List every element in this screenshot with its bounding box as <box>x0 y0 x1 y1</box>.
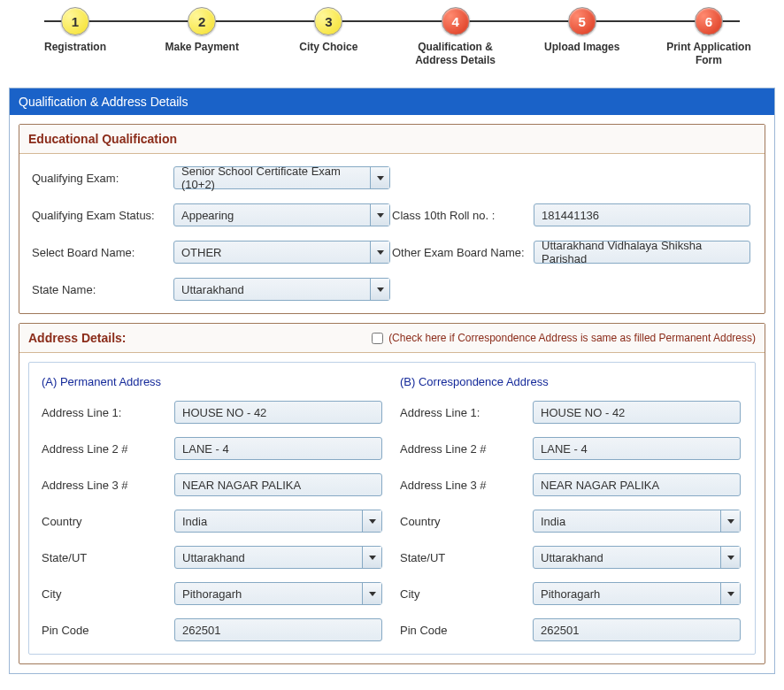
select-value: Uttarakhand <box>182 551 245 564</box>
input-value: NEAR NAGAR PALIKA <box>541 479 659 492</box>
educational-qualification-section: Educational Qualification Qualifying Exa… <box>19 124 765 314</box>
chevron-down-icon <box>370 204 389 226</box>
label-class-10th-roll: Class 10th Roll no. : <box>392 209 534 222</box>
input-value: 262501 <box>182 624 220 637</box>
step-circle: 6 <box>695 7 723 35</box>
perm-country-select[interactable]: India <box>174 510 382 533</box>
label-pin: Pin Code <box>400 624 533 637</box>
board-name-select[interactable]: OTHER <box>173 241 390 264</box>
chevron-down-icon <box>370 279 389 300</box>
select-value: Uttarakhand <box>181 283 244 296</box>
label-addr-line1: Address Line 1: <box>42 406 174 419</box>
label-addr-line3: Address Line 3 # <box>400 479 533 492</box>
qualifying-exam-status-select[interactable]: Appearing <box>173 203 390 226</box>
label-other-board: Other Exam Board Name: <box>392 246 534 259</box>
input-value: LANE - 4 <box>182 442 229 456</box>
corr-state-select[interactable]: Uttarakhand <box>533 546 741 569</box>
chevron-down-icon <box>362 583 381 604</box>
select-value: Uttarakhand <box>541 551 603 564</box>
corr-city-select[interactable]: Pithoragarh <box>533 582 741 605</box>
corr-pin-input[interactable]: 262501 <box>533 618 741 641</box>
label-select-board: Select Board Name: <box>32 246 173 259</box>
other-board-input[interactable]: Uttarakhand Vidhalaya Shiksha Parishad <box>534 241 750 264</box>
page-title: Qualification & Address Details <box>10 88 774 115</box>
step-label: City Choice <box>299 41 357 54</box>
corr-addr-line1-input[interactable]: HOUSE NO - 42 <box>533 401 741 424</box>
perm-addr-line2-input[interactable]: LANE - 4 <box>174 437 382 460</box>
step-circle: 5 <box>568 7 596 35</box>
step-make-payment[interactable]: 2 Make Payment <box>149 7 255 54</box>
input-value: LANE - 4 <box>541 442 588 456</box>
label-city: City <box>42 587 174 601</box>
perm-pin-input[interactable]: 262501 <box>174 618 382 641</box>
step-label: Registration <box>44 41 106 54</box>
chevron-down-icon <box>720 510 740 532</box>
step-circle: 4 <box>442 7 470 35</box>
chevron-down-icon <box>370 242 389 263</box>
input-value: HOUSE NO - 42 <box>182 406 266 419</box>
input-value: HOUSE NO - 42 <box>541 406 625 419</box>
same-address-checkbox-label[interactable]: (Check here if Correspondence Address is… <box>372 332 756 344</box>
chevron-down-icon <box>362 510 381 532</box>
perm-addr-line3-input[interactable]: NEAR NAGAR PALIKA <box>174 473 382 496</box>
label-addr-line2: Address Line 2 # <box>42 442 174 456</box>
state-name-select[interactable]: Uttarakhand <box>173 278 390 301</box>
perm-state-select[interactable]: Uttarakhand <box>174 546 382 569</box>
step-circle: 2 <box>188 7 216 35</box>
label-pin: Pin Code <box>42 624 174 637</box>
correspondence-address-column: (B) Correspondence Address Address Line … <box>400 375 742 641</box>
select-value: Pithoragarh <box>182 587 242 601</box>
correspondence-address-heading: (B) Correspondence Address <box>400 375 742 388</box>
label-qualifying-exam: Qualifying Exam: <box>32 172 173 185</box>
select-value: OTHER <box>181 246 222 259</box>
label-state: State/UT <box>42 551 174 564</box>
chevron-down-icon <box>720 583 740 604</box>
select-value: India <box>182 515 207 528</box>
step-print-application[interactable]: 6 Print Application Form <box>656 7 762 67</box>
chevron-down-icon <box>720 547 740 568</box>
label-country: Country <box>400 515 533 528</box>
corr-addr-line3-input[interactable]: NEAR NAGAR PALIKA <box>533 473 741 496</box>
section-title: Educational Qualification <box>19 125 765 154</box>
step-label: Make Payment <box>165 41 239 54</box>
perm-city-select[interactable]: Pithoragarh <box>174 582 382 605</box>
form-container: Qualification & Address Details Educatio… <box>9 88 775 674</box>
input-value: NEAR NAGAR PALIKA <box>182 479 301 492</box>
label-qualifying-exam-status: Qualifying Exam Status: <box>32 209 173 222</box>
step-city-choice[interactable]: 3 City Choice <box>275 7 381 54</box>
permanent-address-column: (A) Permanent Address Address Line 1:HOU… <box>42 375 384 641</box>
step-label: Qualification & Address Details <box>403 41 509 67</box>
label-city: City <box>400 587 533 601</box>
label-addr-line2: Address Line 2 # <box>400 442 533 456</box>
step-circle: 1 <box>61 7 89 35</box>
qualifying-exam-select[interactable]: Senior School Certificate Exam (10+2) <box>173 166 390 189</box>
step-registration[interactable]: 1 Registration <box>22 7 128 54</box>
select-value: Pithoragarh <box>541 587 600 601</box>
step-label: Print Application Form <box>656 41 762 67</box>
corr-addr-line2-input[interactable]: LANE - 4 <box>533 437 741 460</box>
step-label: Upload Images <box>544 41 619 54</box>
section-title: Address Details: <box>28 331 126 345</box>
proceed-footer: Proceed to Step 5 <box>0 681 784 690</box>
select-value: Appearing <box>181 209 234 222</box>
label-addr-line3: Address Line 3 # <box>42 479 174 492</box>
step-upload-images[interactable]: 5 Upload Images <box>529 7 635 54</box>
label-addr-line1: Address Line 1: <box>400 406 533 419</box>
input-value: Uttarakhand Vidhalaya Shiksha Parishad <box>542 239 742 265</box>
step-circle: 3 <box>314 7 342 35</box>
checkbox-text: (Check here if Correspondence Address is… <box>388 332 756 344</box>
label-state-name: State Name: <box>32 283 173 296</box>
select-value: Senior School Certificate Exam (10+2) <box>181 165 366 191</box>
input-value: 181441136 <box>542 209 599 222</box>
class-10th-roll-input[interactable]: 181441136 <box>534 203 750 226</box>
same-address-checkbox[interactable] <box>372 333 383 344</box>
select-value: India <box>541 515 565 528</box>
chevron-down-icon <box>362 547 381 568</box>
input-value: 262501 <box>541 624 579 637</box>
step-qualification-address[interactable]: 4 Qualification & Address Details <box>403 7 509 67</box>
permanent-address-heading: (A) Permanent Address <box>42 375 384 388</box>
corr-country-select[interactable]: India <box>533 510 741 533</box>
label-state: State/UT <box>400 551 533 564</box>
label-country: Country <box>42 515 174 528</box>
perm-addr-line1-input[interactable]: HOUSE NO - 42 <box>174 401 382 424</box>
